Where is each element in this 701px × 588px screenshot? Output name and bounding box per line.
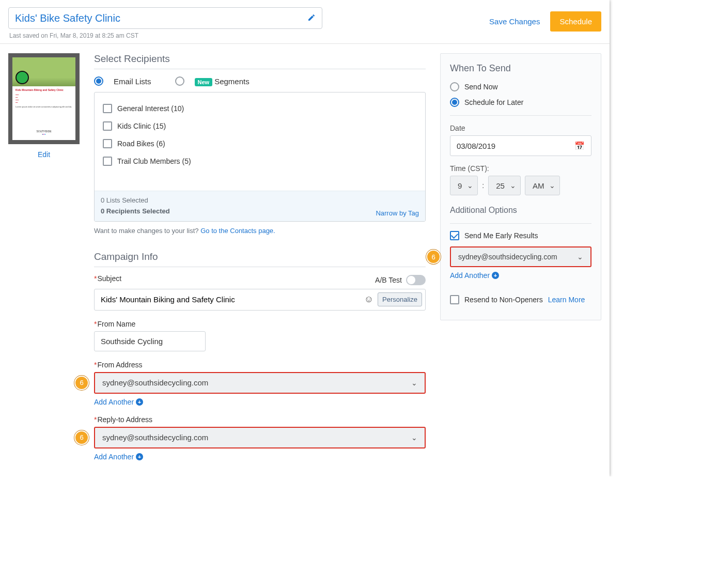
plus-circle-icon: +: [136, 453, 143, 460]
contacts-hint: Want to make changes to your list? Go to…: [94, 227, 426, 235]
when-to-send-panel: When To Send Send Now Schedule for Later…: [440, 53, 601, 320]
campaign-title: Kids' Bike Safety Clinic: [15, 12, 120, 24]
emoji-icon[interactable]: ☺: [364, 294, 373, 305]
schedule-later-radio[interactable]: [450, 98, 459, 107]
send-now-radio[interactable]: [450, 82, 459, 91]
thumbnail-hero-image: [12, 57, 75, 86]
pencil-icon[interactable]: [307, 13, 316, 23]
segments-label: NewSegments: [195, 77, 250, 86]
learn-more-link[interactable]: Learn More: [548, 296, 585, 304]
plus-circle-icon: +: [492, 272, 499, 279]
date-label: Date: [450, 124, 591, 132]
early-results-checkbox[interactable]: [450, 231, 459, 240]
personalize-button[interactable]: Personalize: [378, 292, 422, 306]
reply-to-select[interactable]: sydney@southsidecycling.com ⌄: [94, 427, 426, 448]
email-lists-label: Email Lists: [114, 77, 151, 86]
contacts-page-link[interactable]: Go to the Contacts page.: [200, 227, 275, 235]
from-address-select[interactable]: sydney@southsidecycling.com ⌄: [94, 372, 426, 394]
lists-selected-text: 0 Lists Selected: [101, 195, 170, 206]
subject-input-wrap: ☺ Personalize: [94, 289, 426, 311]
calendar-icon: 📅: [574, 141, 585, 151]
select-recipients-heading: Select Recipients: [94, 53, 426, 69]
edit-link[interactable]: Edit: [8, 150, 80, 159]
add-another-early-results[interactable]: Add Another +: [450, 271, 591, 280]
from-name-input[interactable]: [94, 331, 206, 351]
list-checkbox[interactable]: [103, 104, 112, 113]
when-to-send-heading: When To Send: [450, 63, 591, 74]
save-changes-link[interactable]: Save Changes: [489, 17, 540, 26]
segments-radio[interactable]: [175, 76, 184, 86]
subject-input[interactable]: [101, 295, 360, 304]
ampm-select[interactable]: AM ⌄: [525, 176, 560, 195]
chevron-down-icon: ⌄: [577, 253, 583, 261]
chevron-down-icon: ⌄: [467, 181, 473, 190]
schedule-later-label: Schedule for Later: [464, 98, 523, 106]
early-results-label: Send Me Early Results: [464, 231, 538, 240]
list-item[interactable]: Trail Club Members (5): [100, 152, 420, 170]
list-item[interactable]: Road Bikes (6): [100, 135, 420, 152]
date-input[interactable]: 03/08/2019 📅: [450, 135, 591, 156]
campaign-info-heading: Campaign Info: [94, 251, 426, 267]
schedule-button[interactable]: Schedule: [550, 11, 601, 32]
early-results-email-select[interactable]: sydney@southsidecycling.com ⌄: [450, 246, 591, 267]
time-label: Time (CST):: [450, 164, 591, 173]
narrow-by-tag-link[interactable]: Narrow by Tag: [376, 209, 419, 217]
from-name-label: From Name: [94, 320, 426, 328]
chevron-down-icon: ⌄: [510, 181, 516, 190]
minute-select[interactable]: 25 ⌄: [488, 176, 521, 195]
email-lists-box: General Interest (10) Kids Clinic (15) R…: [94, 92, 426, 222]
list-item[interactable]: General Interest (10): [100, 100, 420, 117]
ab-test-label: A/B Test: [375, 276, 402, 284]
email-thumbnail[interactable]: Kids Mountain Biking and Safety Clinic ━…: [8, 53, 80, 144]
email-lists-radio[interactable]: [94, 76, 103, 86]
list-item[interactable]: Kids Clinic (15): [100, 117, 420, 135]
recipients-selected-text: 0 Recipients Selected: [101, 206, 170, 217]
ab-test-toggle[interactable]: [406, 275, 426, 285]
campaign-title-box[interactable]: Kids' Bike Safety Clinic: [8, 7, 322, 29]
callout-badge-6: 6: [74, 376, 89, 390]
callout-badge-6: 6: [74, 430, 89, 445]
resend-non-openers-checkbox[interactable]: [450, 295, 459, 304]
resend-non-openers-label: Resend to Non-Openers: [464, 296, 543, 304]
from-address-label: From Address: [94, 361, 426, 369]
send-now-label: Send Now: [464, 83, 498, 91]
chevron-down-icon: ⌄: [411, 434, 417, 442]
add-another-reply-to[interactable]: Add Another +: [94, 453, 426, 461]
chevron-down-icon: ⌄: [549, 181, 555, 190]
list-checkbox[interactable]: [103, 121, 112, 131]
new-badge: New: [195, 78, 213, 86]
hour-select[interactable]: 9 ⌄: [450, 176, 478, 195]
callout-badge-6: 6: [426, 250, 441, 264]
reply-to-label: Reply-to Address: [94, 415, 426, 424]
last-saved-text: Last saved on Fri, Mar 8, 2019 at 8:25 a…: [9, 32, 322, 39]
plus-circle-icon: +: [136, 398, 143, 406]
add-another-from-address[interactable]: Add Another +: [94, 398, 426, 406]
chevron-down-icon: ⌄: [411, 379, 417, 387]
list-checkbox[interactable]: [103, 139, 112, 148]
subject-label: Subject: [94, 274, 121, 283]
additional-options-heading: Additional Options: [450, 206, 591, 215]
list-checkbox[interactable]: [103, 157, 112, 166]
